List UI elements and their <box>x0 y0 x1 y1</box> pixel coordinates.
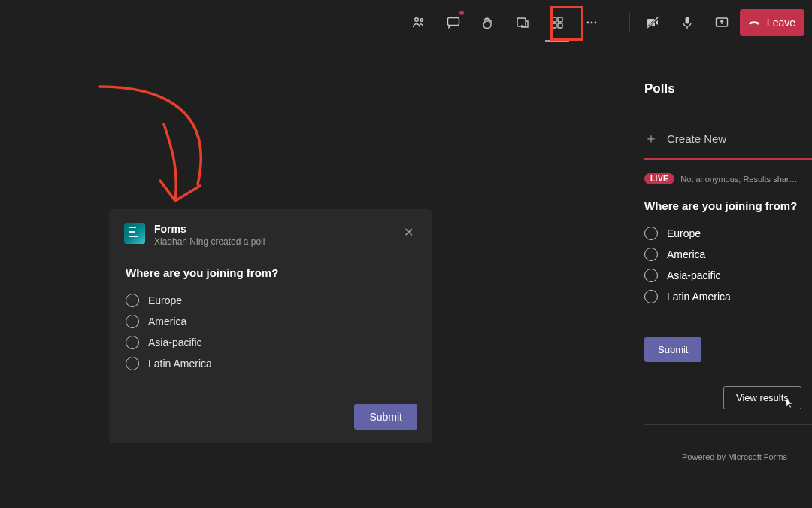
poll-list-entry: LIVE Not anonymous; Results shar… Where … <box>644 173 812 409</box>
svg-rect-2 <box>447 18 459 26</box>
submit-button[interactable]: Submit <box>354 404 417 430</box>
more-actions-icon[interactable] <box>575 6 608 39</box>
chat-icon[interactable] <box>437 6 470 39</box>
radio-icon <box>126 357 139 370</box>
svg-point-8 <box>586 22 589 24</box>
panel-submit-button[interactable]: Submit <box>644 337 701 362</box>
panel-poll-option[interactable]: Asia-pacific <box>644 265 812 286</box>
panel-poll-option[interactable]: Latin America <box>644 286 812 307</box>
poll-popup-card: Forms Xiaohan Ning created a poll ✕ Wher… <box>109 209 432 443</box>
panel-options-list: Europe America Asia-pacific Latin Americ… <box>644 223 812 307</box>
active-indicator <box>644 158 812 160</box>
svg-point-10 <box>594 22 596 24</box>
raise-hand-icon[interactable] <box>471 6 504 39</box>
poll-options-list: Europe America Asia-pacific Latin Americ… <box>126 290 417 374</box>
live-badge: LIVE <box>644 173 674 184</box>
cursor-icon <box>783 397 795 409</box>
microphone-icon[interactable] <box>671 6 704 39</box>
poll-meta-text: Not anonymous; Results shar… <box>680 175 797 184</box>
poll-card-header: Forms Xiaohan Ning created a poll ✕ <box>124 223 417 247</box>
toolbar-separator <box>629 12 630 33</box>
poll-option[interactable]: America <box>126 311 417 332</box>
plus-icon: ＋ <box>644 129 658 148</box>
panel-poll-option[interactable]: America <box>644 244 812 265</box>
panel-poll-question: Where are you joining from? <box>644 199 812 212</box>
poll-question: Where are you joining from? <box>126 266 417 279</box>
svg-rect-5 <box>558 17 562 22</box>
camera-off-icon[interactable] <box>636 6 669 39</box>
meeting-toolbar: Leave <box>0 0 812 45</box>
svg-rect-7 <box>558 23 562 28</box>
panel-poll-option[interactable]: Europe <box>644 223 812 244</box>
radio-icon <box>644 227 658 240</box>
svg-point-1 <box>420 19 423 22</box>
poll-option[interactable]: Asia-pacific <box>126 332 417 353</box>
svg-rect-4 <box>552 17 556 22</box>
poll-option[interactable]: Latin America <box>126 353 417 374</box>
radio-icon <box>644 269 658 282</box>
panel-divider <box>644 424 812 425</box>
forms-logo-icon <box>124 223 145 244</box>
create-new-label: Create New <box>667 132 726 145</box>
svg-rect-6 <box>552 23 556 28</box>
radio-icon <box>644 290 658 303</box>
view-results-button[interactable]: View results <box>723 386 801 409</box>
poll-subtitle: Xiaohan Ning created a poll <box>154 236 265 247</box>
rooms-icon[interactable] <box>506 6 539 39</box>
create-new-button[interactable]: ＋ Create New <box>644 129 812 148</box>
panel-footer: Powered by Microsoft Forms <box>644 452 812 461</box>
toolbar-center-group <box>402 6 608 39</box>
share-screen-icon[interactable] <box>705 6 738 39</box>
panel-title: Polls <box>644 45 812 96</box>
leave-label: Leave <box>767 17 795 29</box>
radio-icon <box>126 294 139 307</box>
svg-rect-13 <box>685 17 689 24</box>
svg-point-9 <box>590 22 592 24</box>
poll-app-name: Forms <box>154 223 265 235</box>
hangup-icon <box>747 16 761 29</box>
toolbar-right-group: Leave <box>636 6 804 39</box>
leave-button[interactable]: Leave <box>740 9 804 36</box>
annotation-arrow <box>89 79 239 222</box>
radio-icon <box>126 336 139 349</box>
forms-icon[interactable] <box>541 6 574 39</box>
close-icon[interactable]: ✕ <box>399 223 417 241</box>
svg-point-0 <box>415 18 419 22</box>
poll-entry-meta: LIVE Not anonymous; Results shar… <box>644 173 812 184</box>
radio-icon <box>644 248 658 261</box>
polls-panel: Polls ＋ Create New LIVE Not anonymous; R… <box>643 45 812 508</box>
participants-icon[interactable] <box>402 6 435 39</box>
radio-icon <box>126 315 139 328</box>
poll-option[interactable]: Europe <box>126 290 417 311</box>
